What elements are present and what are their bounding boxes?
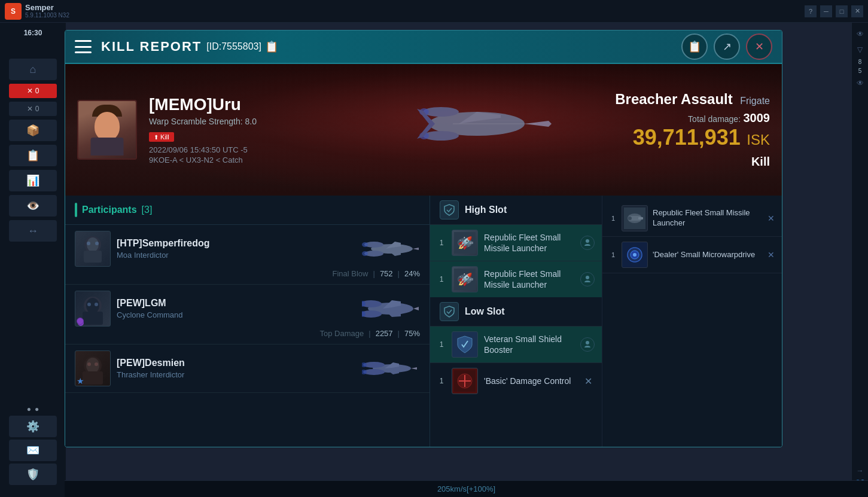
svg-point-55 bbox=[458, 241, 462, 245]
close-button[interactable]: ✕ bbox=[746, 33, 772, 60]
low-slot-header: Low Slot bbox=[430, 297, 602, 326]
maximize-button[interactable]: □ bbox=[836, 5, 848, 17]
kill-type: Kill bbox=[615, 155, 770, 169]
right-icon-arrow[interactable]: → bbox=[854, 464, 867, 477]
help-button[interactable]: ? bbox=[805, 5, 817, 17]
low-slot-name-1: Veteran Small Shield Booster bbox=[484, 334, 574, 355]
sidebar-icon-3[interactable]: 📊 bbox=[9, 170, 57, 191]
low-slot-count-1: 1 bbox=[437, 340, 446, 349]
sidebar-count-indicator[interactable]: ✕0 bbox=[9, 102, 57, 116]
participant-avatar-2 bbox=[75, 291, 111, 327]
ship-type: Frigate bbox=[740, 96, 770, 106]
bottom-section: Participants [3] bbox=[65, 196, 782, 447]
sidebar-icon-2[interactable]: 📋 bbox=[9, 145, 57, 166]
participants-title: Participants bbox=[82, 205, 137, 215]
copy-id-icon[interactable]: 📋 bbox=[265, 40, 278, 53]
low-slot-title: Low Slot bbox=[465, 306, 505, 317]
right-slot-item-1[interactable]: 1 Republic Fleet Small Missile Launcher bbox=[602, 200, 782, 237]
low-slot-x-2[interactable]: ✕ bbox=[582, 376, 595, 387]
participant-item-2[interactable]: [PEW]LGM Cyclone Command bbox=[65, 285, 430, 344]
purple-badge bbox=[77, 318, 84, 325]
svg-point-16 bbox=[95, 242, 99, 245]
svg-point-42 bbox=[95, 362, 98, 366]
participants-bar bbox=[75, 203, 77, 217]
stat-damage-1: 752 bbox=[380, 269, 393, 278]
participant-avatar-1 bbox=[75, 231, 111, 267]
menu-icon[interactable] bbox=[75, 40, 92, 53]
low-slot-item-2[interactable]: 1 'Basic' Damage Control ✕ bbox=[430, 362, 602, 399]
right-count-1: 8 bbox=[858, 59, 862, 65]
svg-point-73 bbox=[628, 217, 632, 220]
left-sidebar: 16:30 ⌂ ✕0 ✕0 📦 📋 📊 👁️ ↔️ ●● ⚙️ ✉️ 🛡️ bbox=[0, 23, 66, 497]
right-missile-icon-1 bbox=[624, 208, 645, 229]
high-slot-item-2[interactable]: 1 Republic Fleet Small Miss bbox=[430, 261, 602, 297]
participants-panel: Participants [3] bbox=[65, 196, 430, 447]
low-slot-item-1[interactable]: 1 Veteran Small Shield Booster bbox=[430, 326, 602, 362]
right-count-2: 5 bbox=[858, 68, 862, 74]
low-slot-icon-1 bbox=[452, 331, 478, 358]
svg-rect-40 bbox=[83, 371, 103, 385]
isk-label: ISK bbox=[747, 132, 770, 148]
sidebar-icon-4[interactable]: 👁️ bbox=[9, 195, 57, 217]
participant-info-2: [PEW]LGM Cyclone Command bbox=[117, 298, 354, 319]
close-window-button[interactable]: ✕ bbox=[851, 5, 863, 17]
victim-avatar bbox=[77, 100, 137, 160]
right-slot-count-2: 1 bbox=[610, 251, 617, 258]
stat-pct-1: 24% bbox=[404, 269, 420, 278]
person-icon-3 bbox=[583, 340, 592, 349]
microwarpdrive-icon bbox=[624, 244, 645, 266]
minimize-button[interactable]: ─ bbox=[820, 5, 832, 17]
participant-item-3[interactable]: ★ [PEW]Desmien Thrasher Interdictor bbox=[65, 344, 430, 393]
right-icon-eye[interactable]: 👁 bbox=[854, 77, 867, 90]
high-slot-icon-2 bbox=[452, 266, 478, 292]
right-slot-x-1[interactable]: ✕ bbox=[768, 214, 775, 223]
victim-warp-scramble: Warp Scramble Strength: 8.0 bbox=[149, 117, 257, 126]
participant-stats-1: Final Blow | 752 | 24% bbox=[75, 269, 420, 278]
victim-section: [MEMO]Uru Warp Scramble Strength: 8.0 ⬆ … bbox=[65, 64, 782, 196]
participants-header: Participants [3] bbox=[65, 196, 430, 225]
sidebar-icon-5[interactable]: ↔️ bbox=[9, 220, 57, 242]
participant-item-1[interactable]: [HTP]Semperfiredog Moa Interdictor bbox=[65, 225, 430, 285]
svg-marker-44 bbox=[411, 367, 417, 370]
copy-button[interactable]: 📋 bbox=[681, 33, 708, 60]
slots-right: 1 Republic Fleet Small Missile Launcher bbox=[602, 196, 782, 447]
star-badge: ★ bbox=[77, 377, 84, 385]
shield-booster-icon bbox=[454, 334, 476, 355]
high-slot-title: High Slot bbox=[465, 205, 507, 215]
header-actions: 📋 ↗ ✕ bbox=[681, 33, 772, 60]
right-slot-item-2[interactable]: 1 'Dealer' Small Microwarpdrive ✕ bbox=[602, 237, 782, 273]
sidebar-home-icon[interactable]: ⌂ bbox=[9, 59, 57, 80]
sidebar-icon-1[interactable]: 📦 bbox=[9, 120, 57, 141]
speed-bar: 205km/s[+100%] bbox=[65, 480, 868, 497]
sidebar-shield-icon[interactable]: 🛡️ bbox=[9, 464, 57, 485]
right-icon-2[interactable]: ▽ bbox=[854, 43, 867, 56]
right-icon-1[interactable]: 👁 bbox=[854, 28, 867, 41]
stat-damage-2: 2257 bbox=[376, 329, 393, 338]
victim-timestamp: 2022/09/06 15:43:50 UTC -5 bbox=[149, 145, 257, 154]
sidebar-settings-icon[interactable]: ⚙️ bbox=[9, 416, 57, 437]
share-button[interactable]: ↗ bbox=[714, 33, 740, 60]
isk-value: 39,711,931 bbox=[633, 125, 741, 150]
victim-info: [MEMO]Uru Warp Scramble Strength: 8.0 ⬆ … bbox=[149, 95, 257, 164]
participant-ship-2: Cyclone Command bbox=[117, 310, 354, 319]
high-slot-name-1: Republic Fleet Small Missile Launcher bbox=[484, 232, 574, 254]
stat-pct-2: 75% bbox=[404, 329, 420, 338]
missile-launcher-icon-2 bbox=[454, 269, 476, 290]
low-slot-name-2: 'Basic' Damage Control bbox=[484, 376, 576, 386]
right-slot-x-2[interactable]: ✕ bbox=[768, 250, 775, 260]
svg-point-23 bbox=[362, 242, 368, 247]
right-slot-count-1: 1 bbox=[610, 215, 617, 222]
kill-report-title: KILL REPORT bbox=[101, 39, 202, 54]
person-icon-1 bbox=[583, 239, 592, 247]
high-slot-shield-icon bbox=[440, 200, 459, 219]
kill-badge: ⬆ Kill bbox=[149, 132, 174, 142]
sidebar-kill-indicator[interactable]: ✕0 bbox=[9, 84, 57, 98]
sidebar-mail-icon[interactable]: ✉️ bbox=[9, 440, 57, 461]
person-icon-2 bbox=[583, 275, 592, 283]
svg-rect-59 bbox=[459, 277, 471, 282]
stat-label-1: Final Blow bbox=[333, 269, 368, 278]
slots-layout: High Slot 1 bbox=[430, 196, 782, 447]
high-slot-item-1[interactable]: 1 Republic Fleet Small Miss bbox=[430, 224, 602, 261]
svg-point-24 bbox=[362, 251, 368, 256]
total-damage-label: Total damage: bbox=[688, 114, 741, 124]
